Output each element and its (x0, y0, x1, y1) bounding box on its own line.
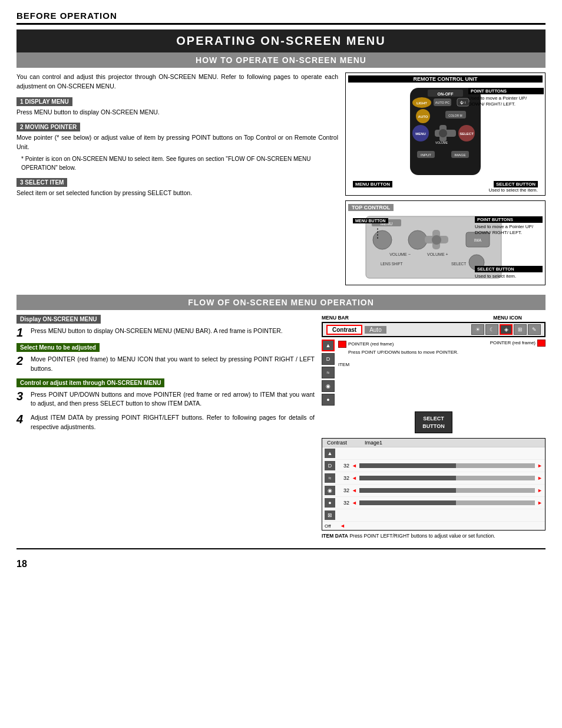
point-buttons-label2: POINT BUTTONS (475, 216, 543, 223)
svg-text:ON-OFF: ON-OFF (438, 92, 454, 96)
right-col: REMOTE CONTROL UNIT ON-OFF LIGHT (345, 73, 546, 290)
svg-text:COLOR M: COLOR M (448, 114, 462, 117)
item-data-desc: Press POINT LEFT/RIGHT buttons to adjust… (349, 533, 495, 539)
menu-items-area: ▲ D ≈ ◉ ● POINTER (red frame) Press POIN… (322, 340, 546, 406)
menu2-bar-fill-4 (359, 500, 456, 505)
menu2-icon-2: ≈ (325, 473, 335, 483)
menu2-arrow-r-4: ► (537, 500, 543, 506)
menu2-icon-5: ⊠ (325, 510, 335, 520)
select-button-desc: Used to select the item. (348, 187, 543, 193)
svg-text:SELECT: SELECT (459, 132, 474, 136)
page-number: 18 (16, 559, 546, 569)
flow-step4-text: Adjust ITEM DATA by pressing POINT RIGHT… (31, 413, 315, 432)
svg-text:IMAGE: IMAGE (454, 153, 465, 157)
menu2-title-row: Contrast Image1 (322, 439, 545, 447)
step-num-4: 4 (16, 413, 27, 432)
item-data-label: ITEM DATA (322, 533, 348, 539)
pointer-red-box (338, 341, 346, 348)
intro-text: You can control and adjust this projecto… (16, 73, 338, 91)
flow-step1: 1 Press MENU button to display ON-SCREEN… (16, 327, 315, 338)
step2-header: 2 MOVING POINTER (16, 123, 80, 131)
menu-item-5: ● (322, 394, 335, 406)
point-buttons-label: POINT BUTTONS (468, 88, 544, 94)
remote-control-box: REMOTE CONTROL UNIT ON-OFF LIGHT (345, 73, 546, 196)
point-buttons-annotation: POINT BUTTONS Used to move a Pointer UP/… (468, 88, 544, 108)
flow-step3: 3 Press POINT UP/DOWN buttons and move P… (16, 390, 315, 409)
remote-bottom-labels: MENU BUTTON SELECT BUTTON (348, 181, 543, 187)
menu2-bar-2 (359, 476, 535, 480)
svg-point-28 (373, 230, 392, 249)
section2-title: FLOW OF ON-SCREEN MENU OPERATION (16, 295, 546, 310)
top-control-label: TOP CONTROL (348, 204, 394, 211)
menu2-bar-fill-2 (359, 476, 456, 480)
menu-diagram-2: Contrast Image1 ▲ D 32 ◄ (322, 438, 546, 531)
menu-bar: Contrast Auto ☀ ☾ ◈ ⊞ ✎ (322, 322, 546, 337)
divider (16, 548, 546, 549)
svg-text:VOLUME −: VOLUME − (389, 252, 411, 256)
menu-diagram-labels: MENU BAR MENU ICON (322, 315, 546, 321)
svg-point-29 (408, 230, 427, 249)
menu2-row-5: ⊠ (322, 509, 545, 522)
svg-point-17 (439, 129, 447, 137)
item-data-annotation: ITEM DATA Press POINT LEFT/RIGHT buttons… (322, 533, 546, 540)
step1-header: 1 DISPLAY MENU (16, 97, 72, 106)
svg-text:SELECT: SELECT (451, 262, 466, 266)
menu-bar-icons: ☀ ☾ ◈ ⊞ ✎ (471, 324, 541, 335)
menu-bar-auto: Auto (365, 326, 386, 334)
left-col: You can control and adjust this projecto… (16, 73, 338, 290)
menu2-icon-0: ▲ (325, 449, 335, 458)
flow-step4: 4 Adjust ITEM DATA by pressing POINT RIG… (16, 413, 315, 432)
flow-section: FLOW OF ON-SCREEN MENU OPERATION Display… (16, 295, 546, 545)
menu2-bar-3 (359, 488, 535, 493)
display-menu-header: Display ON-SCREEN MENU (16, 315, 101, 324)
flow-step2: 2 Move POINTER (red frame) to MENU ICON … (16, 355, 315, 374)
menu2-value-1: 32 (338, 463, 349, 469)
select-menu-header: Select Menu to be adjusted (16, 343, 100, 352)
menu2-arrow-6: ◄ (340, 523, 345, 529)
menu-item-3: ≈ (322, 367, 335, 378)
menu2-icon-3: ◉ (325, 486, 335, 495)
menu2-arrow-3: ◄ (352, 487, 357, 493)
menu2-title-image1: Image1 (365, 440, 382, 446)
pointer-red-box2 (537, 340, 546, 347)
menu2-row-3: ◉ 32 ◄ ► (322, 485, 545, 497)
svg-text:INPUT: INPUT (421, 153, 431, 157)
page-title: BEFORE OPERATION (16, 11, 117, 21)
menu-icon-selected: ◈ (500, 324, 513, 335)
point-buttons-desc: Used to move a Pointer UP/ DOWN/ RIGHT/ … (468, 95, 544, 108)
pointer-annotation: POINTER (red frame) Press POINT UP/DOWN … (338, 340, 458, 406)
menu-icon-2: ☾ (485, 324, 498, 335)
menu-item-2: D (322, 353, 335, 365)
step1-block: 1 DISPLAY MENU Press MENU button to disp… (16, 97, 338, 117)
menu2-row-2: ≈ 32 ◄ ► (322, 472, 545, 485)
menu-bar-contrast: Contrast (326, 325, 362, 335)
step3-block: 3 SELECT ITEM Select item or set selecte… (16, 178, 338, 198)
menu2-value-4: 32 (338, 500, 349, 506)
menu2-arrow-r-1: ► (537, 463, 543, 469)
menu2-arrow-1: ◄ (352, 463, 357, 469)
menu-button-label2: MENU BUTTON (353, 218, 388, 223)
svg-text:AUTO PC: AUTO PC (435, 101, 449, 104)
pointer-right-label-row: POINTER (red frame) (490, 340, 546, 347)
pointer-desc: Press POINT UP/DOWN buttons to move POIN… (348, 349, 458, 355)
flow-step3-text: Press POINT UP/DOWN buttons and move POI… (31, 390, 315, 409)
menu2-bar-fill-3 (359, 488, 456, 493)
page-container: BEFORE OPERATION OPERATING ON-SCREEN MEN… (0, 0, 562, 580)
step-num-2: 2 (16, 355, 27, 374)
top-control-box: TOP CONTROL MENU VOLUME − (345, 200, 546, 285)
menu2-value-3: 32 (338, 487, 349, 493)
flow-content-row: Display ON-SCREEN MENU 1 Press MENU butt… (16, 315, 546, 545)
select-button-area: SELECTBUTTON (322, 411, 546, 433)
svg-text:LENS SHIFT: LENS SHIFT (381, 262, 403, 266)
flow-left: Display ON-SCREEN MENU 1 Press MENU butt… (16, 315, 315, 545)
menu-icon-5: ✎ (528, 324, 541, 335)
select-button-graphic: SELECTBUTTON (415, 411, 452, 433)
step2-text: Move pointer (* see below) or adjust val… (16, 133, 338, 152)
menu2-row-1: D 32 ◄ ► (322, 460, 545, 472)
pointer-right-annotation: POINTER (red frame) (490, 340, 546, 406)
menu2-arrow-r-3: ► (537, 487, 543, 493)
step2-note: * Pointer is icon on ON-SCREEN MENU to s… (21, 154, 338, 172)
menu-icon-label: MENU ICON (493, 315, 522, 321)
pointer-label-row: POINTER (red frame) (338, 341, 458, 348)
menu2-off-label: Off (325, 523, 338, 529)
